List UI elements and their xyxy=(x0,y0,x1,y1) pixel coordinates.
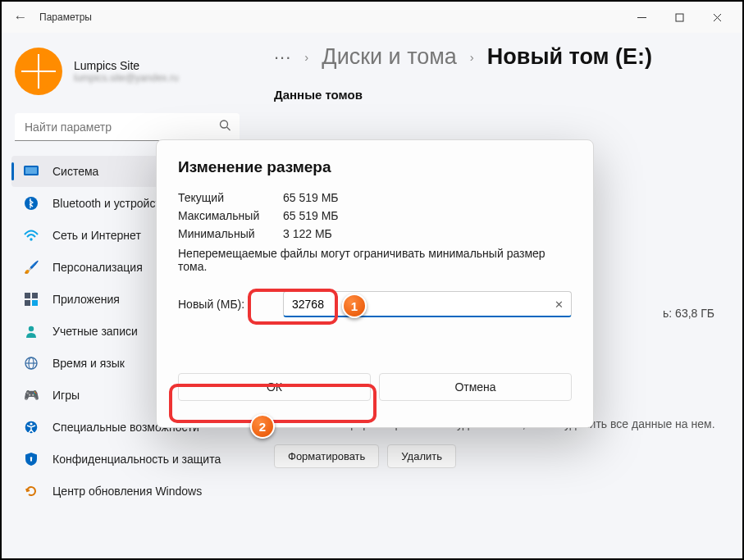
crumb-disks[interactable]: Диски и тома xyxy=(322,44,457,70)
breadcrumb-overflow[interactable]: ··· xyxy=(274,47,291,68)
annotation-badge-1: 1 xyxy=(342,294,367,318)
network-icon xyxy=(23,227,39,244)
current-label: Текущий xyxy=(178,191,283,204)
bluetooth-icon xyxy=(23,195,39,212)
current-value: 65 519 МБ xyxy=(283,191,339,204)
svg-rect-12 xyxy=(25,300,30,306)
new-size-label: Новый (МБ): xyxy=(178,298,283,311)
svg-rect-10 xyxy=(25,293,30,298)
profile-email: lumpics.site@yandex.ru xyxy=(74,72,179,84)
close-button[interactable] xyxy=(698,5,736,30)
update-icon xyxy=(23,483,39,499)
chevron-right-icon: › xyxy=(470,50,474,64)
nav-label: Время и язык xyxy=(52,357,125,370)
search-icon xyxy=(219,120,231,135)
min-value: 3 122 МБ xyxy=(283,227,332,240)
format-button[interactable]: Форматировать xyxy=(274,444,379,468)
nav-label: Приложения xyxy=(52,293,120,306)
system-icon xyxy=(23,163,39,180)
nav-label: Конфиденциальность и защита xyxy=(52,453,221,466)
search-input[interactable] xyxy=(15,113,240,141)
svg-point-19 xyxy=(30,422,32,425)
back-button[interactable]: ← xyxy=(8,5,33,30)
crumb-current: Новый том (E:) xyxy=(487,44,652,70)
svg-rect-13 xyxy=(32,300,38,306)
minimize-button[interactable] xyxy=(623,5,660,30)
accessibility-icon xyxy=(23,419,39,435)
titlebar: ← Параметры xyxy=(2,2,742,33)
cancel-button[interactable]: Отмена xyxy=(379,373,572,401)
max-value: 65 519 МБ xyxy=(283,209,339,222)
avatar xyxy=(15,48,62,95)
globe-icon xyxy=(23,355,39,371)
dialog-note: Неперемещаемые файлы могут ограничивать … xyxy=(178,247,572,273)
apps-icon xyxy=(23,291,39,307)
nav-label: Персонализация xyxy=(52,261,143,274)
nav-label: Система xyxy=(52,165,98,178)
profile-block[interactable]: Lumpics Site lumpics.site@yandex.ru xyxy=(10,41,244,102)
profile-name: Lumpics Site xyxy=(74,59,179,72)
svg-point-14 xyxy=(29,326,34,331)
ok-button[interactable]: ОК xyxy=(178,373,371,401)
clear-icon[interactable]: ✕ xyxy=(555,298,564,311)
maximize-button[interactable] xyxy=(660,5,698,30)
svg-point-9 xyxy=(30,238,32,240)
nav-label: Сеть и Интернет xyxy=(52,229,141,242)
nav-label: Игры xyxy=(52,389,80,402)
gamepad-icon: 🎮 xyxy=(23,387,39,403)
svg-line-5 xyxy=(227,127,231,130)
shield-icon xyxy=(23,451,39,467)
nav-privacy[interactable]: Конфиденциальность и защита xyxy=(11,444,243,475)
chevron-right-icon: › xyxy=(304,50,308,64)
nav-update[interactable]: Центр обновления Windows xyxy=(11,476,243,507)
nav-label: Bluetooth и устройства xyxy=(52,197,173,210)
person-icon xyxy=(23,323,39,339)
svg-rect-11 xyxy=(32,293,38,298)
nav-label: Центр обновления Windows xyxy=(52,485,202,498)
section-volume-data: Данные томов xyxy=(274,88,719,102)
svg-rect-1 xyxy=(676,14,683,21)
breadcrumb: ··· › Диски и тома › Новый том (E:) xyxy=(274,44,719,70)
brush-icon: 🖌️ xyxy=(23,259,39,275)
delete-button[interactable]: Удалить xyxy=(387,444,456,468)
max-label: Максимальный xyxy=(178,209,283,222)
new-size-input[interactable] xyxy=(283,291,572,317)
dialog-title: Изменение размера xyxy=(178,158,572,176)
nav-label: Учетные записи xyxy=(52,325,138,338)
svg-rect-21 xyxy=(30,458,32,462)
resize-dialog: Изменение размера Текущий65 519 МБ Макси… xyxy=(156,139,594,428)
svg-point-4 xyxy=(221,121,228,128)
window-title: Параметры xyxy=(39,11,92,23)
annotation-badge-2: 2 xyxy=(250,414,275,439)
min-label: Минимальный xyxy=(178,227,283,240)
svg-rect-7 xyxy=(25,167,37,174)
